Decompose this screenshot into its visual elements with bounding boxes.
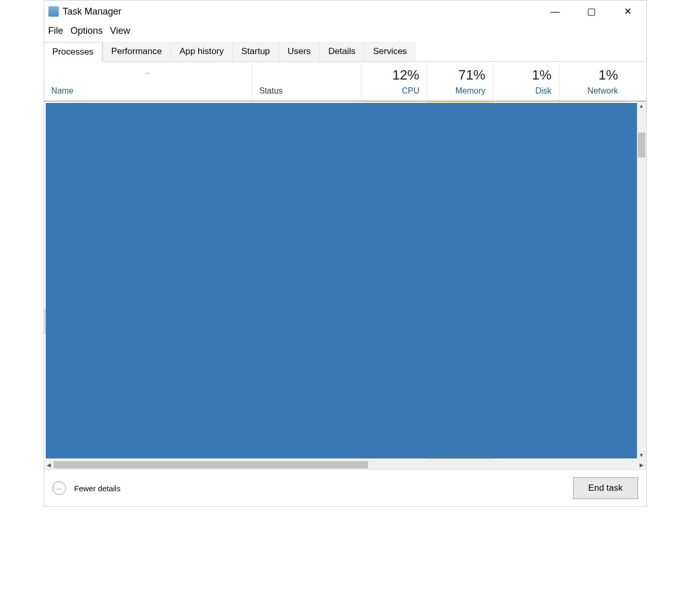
close-button[interactable]: ✕ xyxy=(610,1,646,22)
tab-processes[interactable]: Processes xyxy=(44,42,102,62)
footer: ︿ Fewer details End task xyxy=(44,469,646,506)
minimize-button[interactable]: — xyxy=(537,1,574,22)
tab-services[interactable]: Services xyxy=(364,42,415,61)
fewer-details-toggle-icon[interactable]: ︿ xyxy=(53,481,66,495)
hscroll-thumb[interactable] xyxy=(54,461,369,468)
tab-users[interactable]: Users xyxy=(279,42,319,61)
sort-indicator-icon: ︿ xyxy=(51,68,244,77)
tab-startup[interactable]: Startup xyxy=(232,42,279,61)
fewer-details-label[interactable]: Fewer details xyxy=(74,484,121,493)
end-task-button[interactable]: End task xyxy=(573,477,637,499)
menu-options[interactable]: Options xyxy=(71,25,103,36)
scroll-left-icon[interactable]: ◀ xyxy=(44,462,54,468)
column-headers: ︿ Name Status 12% CPU 71% Memory 1% Disk… xyxy=(44,62,646,101)
scroll-up-icon[interactable]: ▲ xyxy=(637,101,646,111)
process-list: ›Task Manager 0.8% 24.6 MB 0 MB/s 0 Mbps… xyxy=(44,101,646,460)
header-status[interactable]: Status xyxy=(252,62,361,101)
app-icon xyxy=(48,6,59,17)
maximize-button[interactable]: ▢ xyxy=(574,1,610,22)
process-icon xyxy=(61,392,72,404)
tab-performance[interactable]: Performance xyxy=(102,42,171,61)
horizontal-scrollbar[interactable]: ◀ ▶ xyxy=(44,460,646,469)
titlebar: Task Manager — ▢ ✕ xyxy=(44,1,646,22)
scroll-right-icon[interactable]: ▶ xyxy=(637,462,646,468)
menu-view[interactable]: View xyxy=(110,25,131,36)
menu-file[interactable]: File xyxy=(48,25,63,36)
tab-details[interactable]: Details xyxy=(319,42,364,61)
window-title: Task Manager xyxy=(63,6,122,17)
vertical-scrollbar[interactable]: ▲ ▼ xyxy=(637,101,646,460)
window-controls: — ▢ ✕ xyxy=(537,1,646,22)
task-manager-window: Task Manager — ▢ ✕ File Options View Pro… xyxy=(44,0,647,507)
tab-app-history[interactable]: App history xyxy=(171,42,232,61)
scroll-thumb[interactable] xyxy=(638,133,645,158)
tab-strip: ProcessesPerformanceApp historyStartupUs… xyxy=(44,42,646,62)
process-row[interactable]: Host Process for Setting Synchr... 0% 1.… xyxy=(44,385,646,411)
header-name[interactable]: ︿ Name xyxy=(44,62,252,101)
header-disk[interactable]: 1% Disk xyxy=(493,62,559,101)
scroll-down-icon[interactable]: ▼ xyxy=(637,451,646,460)
header-memory[interactable]: 71% Memory xyxy=(427,62,493,101)
menu-bar: File Options View xyxy=(44,22,646,42)
header-network[interactable]: 1% Network xyxy=(559,62,626,101)
header-cpu[interactable]: 12% CPU xyxy=(361,62,427,101)
